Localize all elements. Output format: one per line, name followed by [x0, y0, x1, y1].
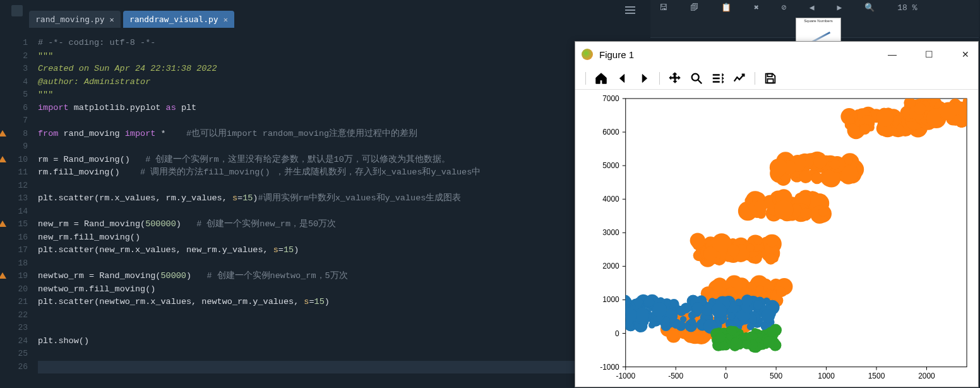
- file-icon: [11, 5, 23, 16]
- svg-point-423: [967, 113, 977, 123]
- close-button[interactable]: ✕: [959, 49, 972, 59]
- edit-icon[interactable]: [731, 70, 748, 87]
- svg-point-337: [770, 159, 787, 176]
- line-number: 2: [0, 50, 28, 63]
- close-icon[interactable]: ✕: [110, 15, 114, 24]
- svg-text:0: 0: [724, 372, 728, 380]
- code-line[interactable]: rm = Rand_moving() # 创建一个实例rm，这里没有给定参数，默…: [38, 154, 631, 167]
- svg-point-418: [975, 98, 978, 117]
- zoom-icon[interactable]: 🔍: [864, 3, 875, 13]
- close-icon[interactable]: ✕: [224, 15, 228, 24]
- svg-point-212: [746, 244, 755, 252]
- code-line[interactable]: [38, 348, 631, 361]
- back-icon[interactable]: [614, 70, 631, 87]
- svg-point-720: [720, 341, 727, 349]
- code-body[interactable]: # -*- coding: utf-8 -*-"""Created on Sun…: [38, 28, 631, 388]
- code-line[interactable]: [38, 322, 631, 335]
- svg-point-582: [676, 306, 686, 316]
- svg-text:7000: 7000: [602, 94, 619, 103]
- code-line[interactable]: newtwo_rm.fill_moving(): [38, 283, 631, 296]
- code-line[interactable]: # -*- coding: utf-8 -*-: [38, 37, 631, 50]
- code-line[interactable]: from rand_moving import * #也可以用import ra…: [38, 128, 631, 141]
- code-line[interactable]: Created on Sun Apr 24 22:31:38 2022: [38, 63, 631, 76]
- code-line[interactable]: import matplotlib.pyplot as plt: [38, 102, 631, 115]
- prev-plot-icon[interactable]: ◀: [810, 3, 815, 13]
- svg-point-438: [970, 102, 978, 111]
- line-number: 9: [0, 140, 28, 154]
- svg-text:6000: 6000: [602, 128, 619, 136]
- svg-point-599: [761, 309, 775, 323]
- line-number: 4: [0, 76, 28, 89]
- svg-point-703: [713, 343, 720, 350]
- save-icon[interactable]: 🖫: [659, 3, 667, 13]
- svg-point-604: [622, 308, 636, 322]
- svg-point-319: [811, 173, 823, 185]
- svg-text:3000: 3000: [602, 228, 619, 237]
- line-number: 1: [0, 37, 28, 50]
- svg-point-277: [800, 208, 811, 219]
- next-plot-icon[interactable]: ▶: [837, 3, 842, 13]
- figure-canvas[interactable]: -1000-5000500100015002000-10000100020003…: [575, 90, 978, 387]
- code-line[interactable]: """: [38, 50, 631, 63]
- thumbnail-title: Square Numbers: [796, 19, 840, 23]
- code-line[interactable]: [38, 140, 631, 154]
- code-line[interactable]: new_rm.fill_moving(): [38, 231, 631, 245]
- svg-point-725: [716, 332, 726, 343]
- code-line[interactable]: """: [38, 88, 631, 102]
- svg-text:-500: -500: [668, 372, 683, 380]
- svg-point-572: [644, 297, 654, 307]
- svg-point-186: [690, 233, 705, 248]
- hamburger-icon[interactable]: [625, 6, 635, 14]
- code-line[interactable]: [38, 179, 631, 193]
- svg-point-601: [692, 302, 703, 313]
- code-line[interactable]: [38, 257, 631, 270]
- code-line[interactable]: [38, 309, 631, 322]
- svg-point-155: [776, 287, 786, 296]
- code-line[interactable]: rm.fill_moving() # 调用类的方法fill_moving() ，…: [38, 166, 631, 179]
- svg-text:2000: 2000: [918, 372, 935, 380]
- svg-line-1: [698, 80, 702, 83]
- figure-titlebar[interactable]: Figure 1 — ☐ ✕: [575, 42, 978, 67]
- code-line[interactable]: @author: Administrator: [38, 76, 631, 89]
- tab-rand-moving[interactable]: rand_moving.py ✕: [29, 11, 121, 28]
- clear-icon[interactable]: ⊘: [782, 3, 787, 13]
- code-line[interactable]: [38, 114, 631, 128]
- svg-point-392: [846, 115, 855, 124]
- save-all-icon[interactable]: 🗐: [690, 3, 698, 13]
- svg-point-606: [741, 294, 753, 306]
- line-number: 19: [0, 270, 28, 283]
- svg-point-217: [703, 247, 717, 261]
- pan-icon[interactable]: [666, 70, 684, 87]
- line-number: 6: [0, 102, 28, 115]
- svg-point-214: [727, 245, 740, 257]
- code-line[interactable]: new_rm = Rand_moving(500000) # 创建一个实例new…: [38, 218, 631, 231]
- code-line[interactable]: plt.scatter(new_rm.x_values, new_rm.y_va…: [38, 244, 631, 257]
- svg-point-271: [755, 200, 767, 212]
- svg-text:-1000: -1000: [616, 372, 635, 380]
- zoom-level: 18 %: [897, 3, 917, 13]
- code-line[interactable]: plt.scatter(rm.x_values, rm.y_values, s=…: [38, 192, 631, 205]
- svg-point-152: [748, 281, 755, 289]
- svg-point-450: [964, 113, 976, 125]
- line-number: 7: [0, 114, 28, 128]
- tab-randdraw-visual[interactable]: randdraw_visual.py ✕: [123, 11, 234, 28]
- tab-bar: rand_moving.py ✕ randdraw_visual.py ✕: [0, 0, 631, 28]
- forward-icon[interactable]: [635, 70, 653, 87]
- configure-icon[interactable]: [709, 70, 727, 87]
- copy-icon[interactable]: 📋: [721, 3, 731, 13]
- minimize-button[interactable]: —: [886, 49, 899, 59]
- save-icon[interactable]: [762, 70, 779, 87]
- svg-text:2000: 2000: [602, 262, 619, 270]
- home-icon[interactable]: [592, 70, 610, 87]
- matplotlib-icon: [582, 49, 593, 60]
- maximize-button[interactable]: ☐: [923, 49, 935, 59]
- code-line[interactable]: plt.show(): [38, 335, 631, 348]
- svg-text:-1000: -1000: [600, 363, 619, 372]
- code-line[interactable]: plt.scatter(newtwo_rm.x_values, newtwo_r…: [38, 296, 631, 309]
- zoom-icon[interactable]: [688, 70, 705, 87]
- code-line[interactable]: [38, 361, 631, 374]
- code-line[interactable]: [38, 205, 631, 219]
- svg-point-153: [727, 287, 736, 295]
- code-line[interactable]: newtwo_rm = Rand_moving(50000) # 创建一个实例n…: [38, 270, 631, 283]
- close-plot-icon[interactable]: ✖: [754, 3, 759, 13]
